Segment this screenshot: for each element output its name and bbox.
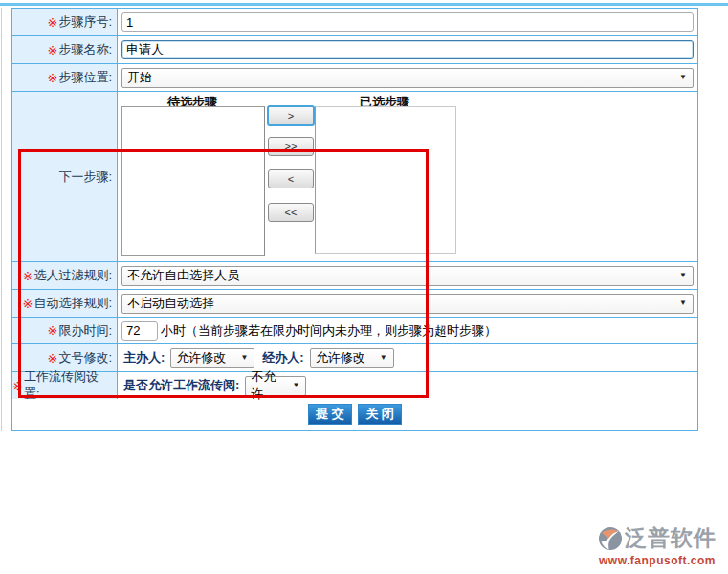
auto-select-select[interactable]: 不启动自动选择 ▼ <box>121 294 694 314</box>
required-mark: ※ <box>47 71 57 85</box>
selected-steps-listbox[interactable] <box>315 106 456 254</box>
circulation-label: ※ 工作流传阅设置: <box>12 372 118 399</box>
required-mark: ※ <box>12 379 23 393</box>
step-position-value: 开始 <box>127 69 152 86</box>
next-step-label: 下一步骤: <box>12 92 118 261</box>
auto-select-label-text: 自动选择规则: <box>33 295 112 312</box>
agent-handler-select[interactable]: 允许修改 ▼ <box>310 348 394 368</box>
step-name-cell: 申请人 <box>118 36 697 63</box>
required-mark: ※ <box>47 43 57 57</box>
next-step-transfer-widget: 待选步骤 已选步骤 > >> < << <box>118 92 697 261</box>
move-right-icon: > <box>288 110 294 121</box>
form-row-doc-modify: ※ 文号修改: 主办人: 允许修改 ▼ 经办人: 允许修改 ▼ <box>12 343 697 371</box>
chevron-down-icon: ▼ <box>240 354 248 362</box>
circulation-label-text: 工作流传阅设置: <box>24 368 112 403</box>
selected-steps-header: 已选步骤 <box>315 94 454 107</box>
brand-logo: 泛普软件 www.fanpusoft.com <box>598 523 717 567</box>
required-mark: ※ <box>47 351 57 365</box>
step-number-label-text: 步骤序号: <box>58 13 112 31</box>
circulation-cell: 是否允许工作流传阅: 不允许 ▼ <box>118 372 697 399</box>
step-number-value: 1 <box>126 15 133 30</box>
chevron-down-icon: ▼ <box>679 74 687 81</box>
step-name-input[interactable]: 申请人 <box>121 40 694 59</box>
doc-modify-label: ※ 文号修改: <box>12 344 118 371</box>
time-limit-cell: 72 小时（当前步骤若在限办时间内未办理，则步骤为超时步骤） <box>118 318 697 343</box>
step-name-label: ※ 步骤名称: <box>12 36 118 63</box>
chevron-down-icon: ▼ <box>679 299 687 307</box>
chevron-down-icon: ▼ <box>679 272 687 279</box>
move-left-icon: < <box>288 173 294 185</box>
person-filter-label-text: 选人过滤规则: <box>33 267 112 284</box>
step-number-input[interactable]: 1 <box>121 12 694 32</box>
auto-select-value: 不启动自动选择 <box>127 295 214 312</box>
move-all-left-button[interactable]: << <box>268 203 314 222</box>
chevron-down-icon: ▼ <box>380 354 387 362</box>
brand-name: 泛普软件 <box>625 523 717 553</box>
fanpu-logo-icon <box>598 526 623 551</box>
move-right-button[interactable]: > <box>267 105 315 126</box>
required-mark: ※ <box>22 297 33 311</box>
form-row-auto-select: ※ 自动选择规则: 不启动自动选择 ▼ <box>12 289 697 317</box>
next-step-cell: 待选步骤 已选步骤 > >> < << <box>118 92 697 261</box>
required-mark: ※ <box>47 15 57 30</box>
person-filter-cell: 不允许自由选择人员 ▼ <box>118 262 697 289</box>
form-row-next-step: 下一步骤: 待选步骤 已选步骤 > >> < <box>12 91 697 261</box>
circulation-select[interactable]: 不允许 ▼ <box>245 376 306 396</box>
time-limit-label: ※ 限办时间: <box>12 318 118 343</box>
agent-handler-label: 经办人: <box>262 349 303 366</box>
step-number-label: ※ 步骤序号: <box>12 9 118 35</box>
main-handler-select[interactable]: 允许修改 ▼ <box>170 348 254 368</box>
main-handler-value: 允许修改 <box>176 349 226 366</box>
chevron-down-icon: ▼ <box>292 382 299 389</box>
person-filter-value: 不允许自由选择人员 <box>127 267 239 284</box>
step-name-value: 申请人 <box>126 41 164 58</box>
close-button[interactable]: 关 闭 <box>358 404 402 425</box>
time-limit-input[interactable]: 72 <box>121 321 158 341</box>
auto-select-label: ※ 自动选择规则: <box>12 290 118 317</box>
text-cursor <box>165 43 165 56</box>
person-filter-select[interactable]: 不允许自由选择人员 ▼ <box>121 266 694 286</box>
time-limit-value: 72 <box>126 323 140 338</box>
form-row-time-limit: ※ 限办时间: 72 小时（当前步骤若在限办时间内未办理，则步骤为超时步骤） <box>12 317 697 343</box>
circulation-value: 不允许 <box>251 368 284 403</box>
form-row-step-name: ※ 步骤名称: 申请人 <box>12 35 697 63</box>
submit-button[interactable]: 提 交 <box>308 404 352 425</box>
circulation-allow-label: 是否允许工作流传阅: <box>123 377 239 394</box>
required-mark: ※ <box>22 269 33 283</box>
form-row-step-number: ※ 步骤序号: 1 <box>12 9 697 35</box>
doc-modify-cell: 主办人: 允许修改 ▼ 经办人: 允许修改 ▼ <box>118 344 697 371</box>
workflow-step-edit-page: ※ 步骤序号: 1 ※ 步骤名称: 申请人 <box>0 0 728 574</box>
left-frame-border <box>1 8 2 430</box>
top-divider <box>0 3 728 6</box>
auto-select-cell: 不启动自动选择 ▼ <box>118 290 697 317</box>
pending-steps-header: 待选步骤 <box>121 94 263 107</box>
workflow-step-form: ※ 步骤序号: 1 ※ 步骤名称: 申请人 <box>11 8 698 430</box>
move-all-right-icon: >> <box>285 141 298 152</box>
step-position-select[interactable]: 开始 ▼ <box>121 68 694 88</box>
step-position-label: ※ 步骤位置: <box>12 64 118 91</box>
form-row-step-position: ※ 步骤位置: 开始 ▼ <box>12 63 697 91</box>
brand-row: 泛普软件 <box>598 523 717 553</box>
step-name-label-text: 步骤名称: <box>58 41 112 58</box>
person-filter-label: ※ 选人过滤规则: <box>12 262 118 289</box>
agent-handler-value: 允许修改 <box>316 349 365 366</box>
doc-modify-label-text: 文号修改: <box>58 349 112 366</box>
move-all-left-icon: << <box>285 207 298 218</box>
form-actions: 提 交 关 闭 <box>12 399 697 430</box>
required-mark: ※ <box>47 323 57 338</box>
time-limit-note: 小时（当前步骤若在限办时间内未办理，则步骤为超时步骤） <box>161 322 496 340</box>
main-handler-label: 主办人: <box>123 349 165 366</box>
step-position-cell: 开始 ▼ <box>118 64 697 91</box>
next-step-label-text: 下一步骤: <box>58 168 112 186</box>
form-row-circulation: ※ 工作流传阅设置: 是否允许工作流传阅: 不允许 ▼ <box>12 371 697 399</box>
move-all-right-button[interactable]: >> <box>268 137 314 156</box>
form-row-person-filter: ※ 选人过滤规则: 不允许自由选择人员 ▼ <box>12 261 697 289</box>
time-limit-label-text: 限办时间: <box>58 322 112 340</box>
step-position-label-text: 步骤位置: <box>58 69 112 86</box>
pending-steps-listbox[interactable] <box>121 106 265 256</box>
brand-website: www.fanpusoft.com <box>599 554 716 567</box>
move-left-button[interactable]: < <box>268 169 314 188</box>
step-number-cell: 1 <box>118 9 697 35</box>
